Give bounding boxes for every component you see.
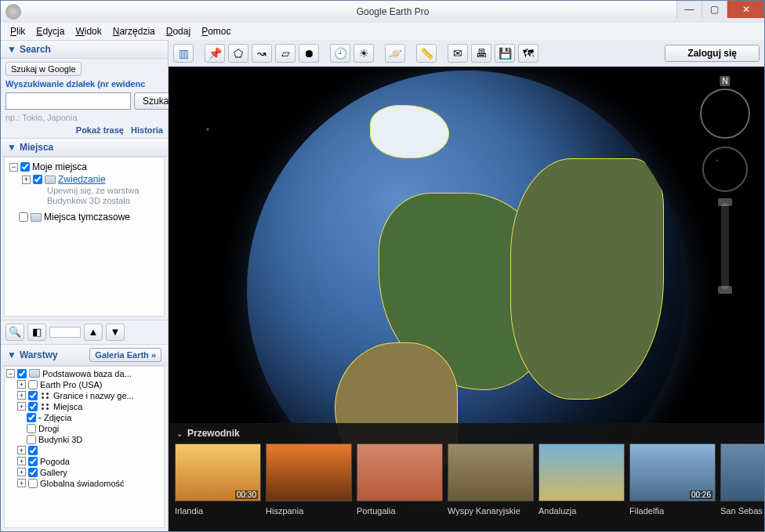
layer-checkbox[interactable] bbox=[28, 391, 38, 400]
search-panel-header[interactable]: ▼ Search bbox=[1, 40, 168, 59]
main-toolbar: ▥ 📌 ⬠ ↝ ▱ ⏺ 🕘 ☀ 🪐 📏 ✉ 🖶 💾 🗺 Zaloguj się bbox=[169, 40, 764, 67]
expand-icon[interactable]: + bbox=[17, 446, 26, 454]
layer-base[interactable]: Podstawowa baza da... bbox=[42, 369, 132, 378]
layer-buildings[interactable]: Budynki 3D bbox=[38, 435, 82, 444]
layer-checkbox[interactable] bbox=[28, 468, 38, 477]
guide-card[interactable]: Andaluzja bbox=[538, 443, 625, 516]
layer-awareness[interactable]: Globalna świadomość bbox=[40, 479, 125, 488]
places-panel-header[interactable]: ▼ Miejsca bbox=[1, 138, 168, 157]
layer-checkbox[interactable] bbox=[27, 424, 36, 433]
temp-places-label[interactable]: Miejsca tymczasowe bbox=[44, 212, 130, 223]
sidebar-toggle-button[interactable]: ▥ bbox=[173, 44, 194, 63]
layer-checkbox[interactable] bbox=[17, 369, 27, 378]
layer-checkbox[interactable] bbox=[28, 457, 38, 466]
menu-add[interactable]: Dodaj bbox=[161, 24, 195, 38]
folder-icon bbox=[29, 369, 40, 378]
borders-icon bbox=[40, 391, 51, 400]
compass-control[interactable] bbox=[700, 89, 750, 139]
layer-checkbox[interactable] bbox=[28, 402, 38, 411]
layers-panel-header[interactable]: ▼ Warstwy Galeria Earth » bbox=[1, 344, 168, 366]
menu-view[interactable]: Widok bbox=[71, 24, 106, 38]
record-tour-button[interactable]: ⏺ bbox=[299, 44, 319, 63]
menu-help[interactable]: Pomoc bbox=[197, 24, 235, 38]
move-up-button[interactable]: ▲ bbox=[84, 324, 103, 341]
expand-icon[interactable]: + bbox=[17, 380, 26, 389]
earth-gallery-button[interactable]: Galeria Earth » bbox=[89, 348, 161, 362]
layer-weather[interactable]: Pogoda bbox=[40, 457, 70, 466]
toggle-panel-button[interactable]: ◧ bbox=[27, 324, 46, 341]
expand-icon[interactable]: − bbox=[6, 369, 15, 378]
polygon-button[interactable]: ⬠ bbox=[228, 44, 248, 63]
view-in-maps-button[interactable]: 🗺 bbox=[518, 44, 538, 63]
save-image-button[interactable]: 💾 bbox=[495, 44, 515, 63]
move-down-button[interactable]: ▼ bbox=[106, 324, 125, 341]
chevron-down-icon[interactable]: ⌄ bbox=[176, 429, 183, 438]
layer-borders[interactable]: Granice i nazwy ge... bbox=[53, 391, 134, 400]
guide-card[interactable]: 00:30Irlandia bbox=[175, 443, 261, 516]
expand-icon[interactable]: − bbox=[9, 163, 18, 172]
guide-card[interactable]: Hiszpania bbox=[266, 443, 352, 516]
temp-places-checkbox[interactable] bbox=[19, 212, 28, 222]
sidebar: ▼ Search Szukaj w Google Wyszukiwanie dz… bbox=[1, 40, 169, 531]
placemark-button[interactable]: 📌 bbox=[205, 44, 225, 63]
search-input[interactable] bbox=[5, 92, 131, 110]
ruler-button[interactable]: 📏 bbox=[416, 44, 437, 63]
search-hint: np.: Tokio, Japonia bbox=[5, 113, 163, 122]
guide-card[interactable]: Portugalia bbox=[357, 443, 443, 516]
layer-earthpro[interactable]: Earth Pro (USA) bbox=[40, 380, 102, 389]
tab-search-google[interactable]: Szukaj w Google bbox=[5, 62, 82, 76]
my-places-label[interactable]: Moje miejsca bbox=[32, 161, 87, 172]
my-places-checkbox[interactable] bbox=[20, 162, 30, 172]
places-header-label: Miejsca bbox=[20, 142, 53, 153]
tour-link[interactable]: Zwiedzanie bbox=[58, 174, 106, 185]
globe-viewport[interactable]: ⌄ Przewodnik 00:30Irlandia Hiszpania Por… bbox=[169, 67, 764, 531]
guide-card[interactable]: San Sebas bbox=[720, 443, 764, 516]
app-icon bbox=[5, 4, 21, 20]
menu-edit[interactable]: Edycja bbox=[31, 24, 69, 38]
layer-places[interactable]: Miejsca bbox=[53, 402, 82, 411]
maximize-button[interactable]: ▢ bbox=[702, 1, 727, 18]
guide-strip[interactable]: 00:30Irlandia Hiszpania Portugalia Wyspy… bbox=[169, 443, 764, 516]
image-overlay-button[interactable]: ▱ bbox=[275, 44, 295, 63]
guide-card[interactable]: 00:26Filadelfia bbox=[629, 443, 716, 516]
expand-icon[interactable]: + bbox=[17, 457, 26, 465]
expand-icon[interactable]: + bbox=[22, 176, 31, 184]
layer-photos[interactable]: Zdjęcia bbox=[44, 413, 71, 422]
email-button[interactable]: ✉ bbox=[448, 44, 468, 63]
search-places-button[interactable]: 🔍 bbox=[5, 324, 24, 341]
layer-checkbox[interactable] bbox=[28, 446, 38, 455]
layer-checkbox[interactable] bbox=[28, 479, 38, 488]
print-button[interactable]: 🖶 bbox=[471, 44, 491, 63]
expand-icon[interactable]: + bbox=[17, 391, 26, 400]
layer-checkbox[interactable] bbox=[27, 413, 36, 422]
opacity-slider[interactable] bbox=[49, 327, 81, 338]
tour-checkbox[interactable] bbox=[33, 175, 42, 184]
zoom-slider[interactable] bbox=[721, 203, 729, 289]
places-icon bbox=[40, 402, 51, 411]
menu-file[interactable]: PPliklik bbox=[5, 24, 30, 38]
login-button[interactable]: Zaloguj się bbox=[665, 45, 760, 62]
expand-icon[interactable]: + bbox=[17, 468, 26, 476]
places-toolbar: 🔍 ◧ ▲ ▼ bbox=[1, 320, 168, 344]
show-route-link[interactable]: Pokaż trasę bbox=[76, 125, 124, 135]
layer-checkbox[interactable] bbox=[27, 435, 36, 444]
path-button[interactable]: ↝ bbox=[252, 44, 272, 63]
minimize-button[interactable]: — bbox=[676, 1, 702, 18]
expand-icon[interactable]: + bbox=[17, 479, 26, 487]
layers-header-label: Warstwy bbox=[20, 349, 58, 360]
menu-tools[interactable]: Narzędzia bbox=[108, 24, 160, 38]
guide-card[interactable]: Wyspy Kanaryjskie bbox=[448, 443, 534, 516]
layers-tree: −Podstawowa baza da... +Earth Pro (USA) … bbox=[4, 366, 165, 529]
sunlight-button[interactable]: ☀ bbox=[353, 44, 374, 63]
history-link[interactable]: Historia bbox=[131, 125, 163, 135]
planet-button[interactable]: 🪐 bbox=[385, 44, 405, 63]
look-joystick[interactable] bbox=[702, 147, 748, 192]
main-area: ▥ 📌 ⬠ ↝ ▱ ⏺ 🕘 ☀ 🪐 📏 ✉ 🖶 💾 🗺 Zaloguj się bbox=[169, 40, 764, 531]
layer-roads[interactable]: Drogi bbox=[38, 424, 59, 433]
expand-icon[interactable]: + bbox=[17, 402, 26, 411]
history-button[interactable]: 🕘 bbox=[330, 44, 350, 63]
close-button[interactable]: ✕ bbox=[727, 1, 764, 18]
tab-search-parcels[interactable]: Wyszukiwanie działek (nr ewidenc bbox=[5, 79, 145, 89]
layer-checkbox[interactable] bbox=[28, 380, 38, 389]
layer-gallery[interactable]: Gallery bbox=[40, 468, 67, 477]
